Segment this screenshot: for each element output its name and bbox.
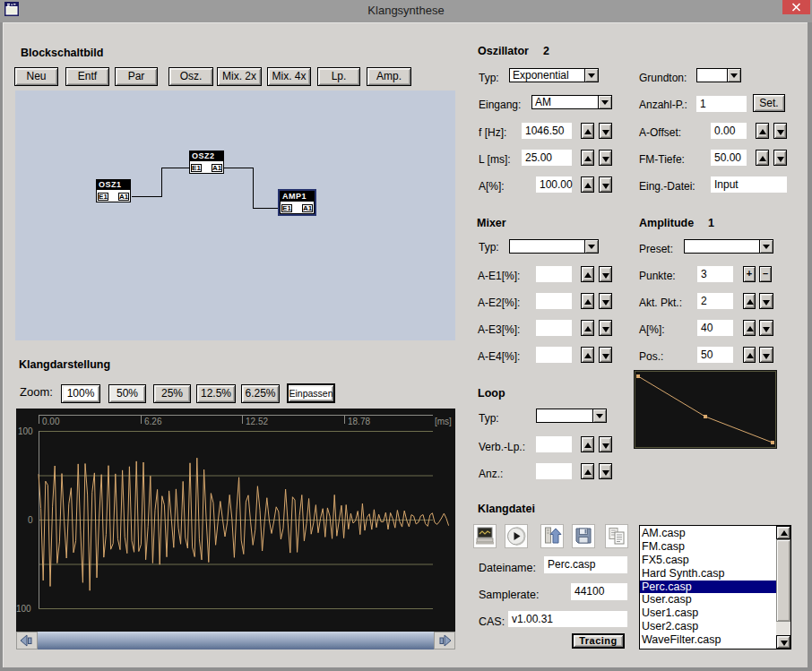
svg-text:18.78: 18.78 [348, 417, 370, 426]
svg-text:0.00: 0.00 [42, 417, 60, 426]
svg-text:6.26: 6.26 [144, 417, 162, 426]
svg-text:12.52: 12.52 [246, 417, 268, 426]
svg-text:100: 100 [18, 426, 33, 436]
svg-text:[ms]: [ms] [435, 417, 452, 426]
svg-text:0: 0 [28, 515, 33, 525]
svg-text:100: 100 [16, 604, 31, 614]
